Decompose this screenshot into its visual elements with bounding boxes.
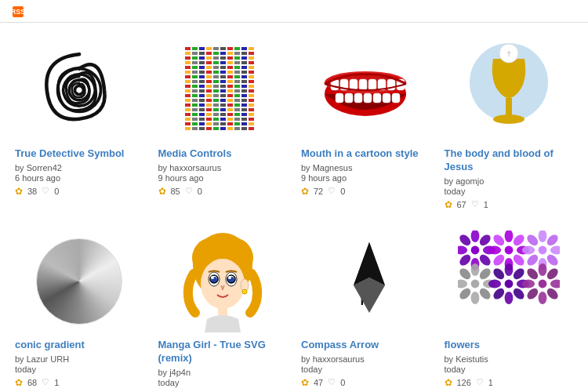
- svg-rect-6: [227, 47, 233, 50]
- grid-item-flowers: flowers by Keistutis today ✿ 126 ♡ 1: [437, 222, 581, 392]
- item-thumbnail-conic-gradient: [15, 230, 144, 332]
- svg-rect-157: [234, 118, 240, 121]
- item-title-flowers[interactable]: flowers: [445, 339, 574, 352]
- svg-rect-11: [192, 52, 198, 55]
- item-title-mouth-cartoon[interactable]: Mouth in a cartoon style: [301, 147, 430, 161]
- item-title-media-controls[interactable]: Media Controls: [158, 147, 288, 161]
- grid-item-manga-girl: Manga Girl - True SVG (remix) by j4p4n t…: [151, 222, 295, 392]
- svg-rect-166: [227, 122, 233, 125]
- svg-rect-130: [185, 108, 191, 111]
- svg-rect-15: [220, 52, 226, 55]
- item-title-true-detective[interactable]: True Detective Symbol: [15, 147, 144, 161]
- svg-rect-16: [227, 52, 233, 55]
- svg-rect-40: [185, 66, 191, 69]
- item-stars-compass-arrow: 47: [314, 378, 323, 387]
- svg-point-200: [493, 114, 524, 124]
- svg-rect-7: [234, 47, 240, 50]
- svg-rect-116: [227, 99, 233, 102]
- item-title-manga-girl[interactable]: Manga Girl - True SVG (remix): [158, 339, 288, 365]
- svg-rect-1: [192, 47, 198, 50]
- svg-rect-95: [220, 89, 226, 93]
- svg-rect-168: [241, 122, 247, 125]
- item-thumbnail-flowers: [445, 230, 574, 332]
- grid-item-media-controls: Media Controls by haxxorsaurus 9 hours a…: [151, 31, 295, 222]
- svg-rect-22: [199, 56, 205, 60]
- item-thumbnail-body-blood: ✝: [445, 39, 574, 141]
- item-stars-conic-gradient: 68: [27, 378, 37, 387]
- svg-point-232: [491, 252, 506, 267]
- svg-rect-107: [234, 94, 240, 97]
- svg-rect-9: [249, 47, 254, 50]
- svg-rect-42: [199, 66, 205, 69]
- svg-point-246: [538, 245, 546, 254]
- svg-rect-59: [249, 71, 254, 74]
- svg-rect-93: [206, 89, 212, 93]
- svg-rect-155: [220, 118, 226, 121]
- svg-rect-74: [213, 80, 219, 83]
- svg-rect-178: [241, 127, 247, 130]
- svg-rect-103: [206, 94, 212, 97]
- star-icon-mouth-cartoon: ✿: [301, 186, 309, 197]
- item-stats-mouth-cartoon: ✿ 72 ♡ 0: [301, 186, 430, 197]
- item-title-conic-gradient[interactable]: conic gradient: [15, 339, 144, 352]
- item-author-body-blood: by agomjo: [445, 176, 574, 186]
- svg-rect-80: [185, 85, 191, 88]
- svg-rect-187: [368, 79, 376, 90]
- grid-item-compass-arrow: N Compass Arrow by haxxorsaurus today ✿ …: [294, 222, 437, 392]
- svg-rect-141: [192, 113, 198, 116]
- clipart-grid: True Detective Symbol by Sorren42 6 hour…: [0, 23, 588, 392]
- svg-rect-26: [227, 56, 233, 60]
- svg-point-258: [504, 292, 513, 304]
- svg-rect-134: [213, 108, 219, 111]
- svg-rect-124: [213, 103, 219, 107]
- item-time-manga-girl: today: [158, 378, 288, 387]
- svg-rect-177: [234, 127, 240, 130]
- svg-rect-123: [206, 103, 212, 107]
- svg-rect-29: [249, 56, 254, 60]
- svg-rect-146: [227, 113, 233, 116]
- svg-rect-174: [213, 127, 219, 130]
- svg-rect-86: [227, 85, 233, 88]
- svg-rect-137: [234, 108, 240, 111]
- item-thumbnail-mouth-cartoon: [301, 39, 430, 141]
- svg-rect-114: [213, 99, 219, 102]
- item-author-mouth-cartoon: by Magnesus: [301, 163, 430, 172]
- svg-rect-57: [234, 71, 240, 74]
- svg-rect-109: [249, 94, 254, 97]
- svg-rect-71: [192, 80, 198, 83]
- item-title-compass-arrow[interactable]: Compass Arrow: [301, 339, 430, 352]
- svg-rect-98: [241, 89, 247, 93]
- svg-rect-61: [192, 75, 198, 78]
- svg-point-259: [491, 286, 506, 301]
- svg-rect-99: [249, 89, 254, 93]
- svg-rect-32: [199, 61, 205, 64]
- item-stats-true-detective: ✿ 38 ♡ 0: [15, 186, 144, 197]
- svg-rect-96: [227, 89, 233, 93]
- svg-rect-84: [213, 85, 219, 88]
- item-author-true-detective: by Sorren42: [15, 163, 144, 172]
- svg-rect-142: [199, 113, 205, 116]
- svg-point-228: [470, 245, 479, 254]
- svg-rect-45: [220, 66, 226, 69]
- svg-point-245: [545, 233, 560, 248]
- svg-rect-186: [359, 79, 367, 90]
- svg-point-272: [545, 267, 560, 281]
- svg-point-264: [504, 279, 513, 288]
- star-icon-body-blood: ✿: [445, 199, 452, 210]
- heart-icon-compass-arrow: ♡: [328, 377, 336, 387]
- item-hearts-flowers: 1: [488, 378, 493, 387]
- svg-rect-129: [249, 103, 254, 107]
- rss-icon[interactable]: RSS: [13, 6, 24, 17]
- svg-rect-70: [185, 80, 191, 83]
- svg-rect-94: [213, 89, 219, 93]
- svg-rect-150: [185, 118, 191, 121]
- svg-rect-39: [249, 61, 254, 64]
- svg-rect-161: [192, 122, 198, 125]
- svg-point-230: [511, 252, 526, 267]
- item-thumbnail-manga-girl: [158, 230, 288, 332]
- svg-rect-104: [213, 94, 219, 97]
- svg-rect-23: [206, 56, 212, 60]
- item-title-body-blood[interactable]: The body and blood of Jesus: [445, 147, 574, 174]
- svg-rect-169: [249, 122, 254, 125]
- svg-point-233: [488, 245, 501, 254]
